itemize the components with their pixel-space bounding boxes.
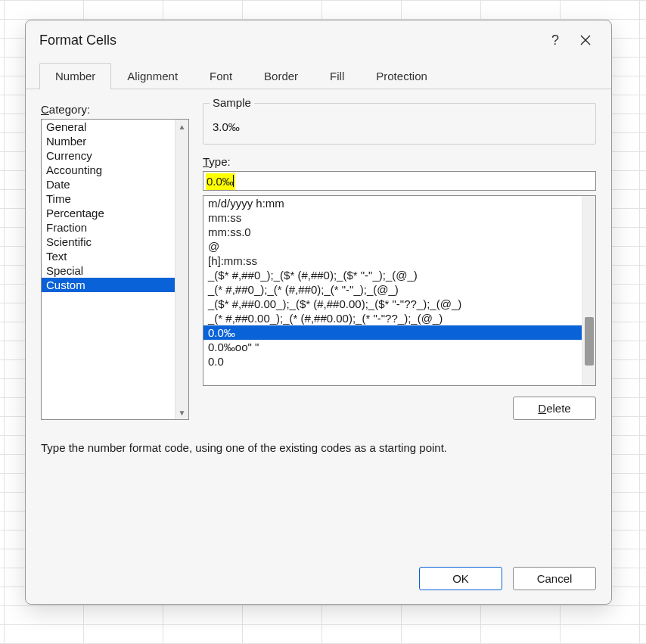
type-input-value: 0.0‰ xyxy=(207,175,234,188)
format-item[interactable]: _($* #,##0_);_($* (#,##0);_($* "-"_);_(@… xyxy=(203,268,582,282)
tab-label: Font xyxy=(210,70,232,82)
scroll-thumb[interactable] xyxy=(585,317,594,366)
category-item-special[interactable]: Special xyxy=(42,263,175,278)
category-item-scientific[interactable]: Scientific xyxy=(42,235,175,249)
category-column: Category: General Number Currency Accoun… xyxy=(41,103,189,420)
category-item-fraction[interactable]: Fraction xyxy=(42,220,175,235)
delete-button-rest: elete xyxy=(546,402,571,415)
category-item-currency[interactable]: Currency xyxy=(42,148,175,163)
dialog-title: Format Cells xyxy=(39,33,540,48)
close-icon[interactable] xyxy=(570,30,601,51)
format-code-listbox[interactable]: m/d/yyyy h:mm mm:ss mm:ss.0 @ [h]:mm:ss … xyxy=(203,195,596,386)
category-label-accel: C xyxy=(41,103,49,116)
format-item[interactable]: @ xyxy=(203,239,582,254)
tab-label: Fill xyxy=(330,70,344,82)
category-item-time[interactable]: Time xyxy=(42,191,175,206)
scroll-up-icon[interactable]: ▲ xyxy=(175,120,188,133)
category-item-number[interactable]: Number xyxy=(42,134,175,148)
tab-protection[interactable]: Protection xyxy=(360,63,443,89)
category-item-date[interactable]: Date xyxy=(42,177,175,191)
dialog-button-row: OK Cancel xyxy=(26,555,611,604)
cancel-button-label: Cancel xyxy=(537,572,573,585)
category-label: Category: xyxy=(41,103,189,116)
hint-text: Type the number format code, using one o… xyxy=(41,441,596,454)
category-item-percentage[interactable]: Percentage xyxy=(42,206,175,220)
category-listbox[interactable]: General Number Currency Accounting Date … xyxy=(41,119,189,420)
right-column: Sample 3.0‰ Type: 0.0‰ m/d/yyyy h:mm mm:… xyxy=(203,103,596,420)
format-items: m/d/yyyy h:mm mm:ss mm:ss.0 @ [h]:mm:ss … xyxy=(203,196,582,385)
titlebar: Format Cells ? xyxy=(26,20,611,57)
category-item-text[interactable]: Text xyxy=(42,249,175,263)
category-item-custom[interactable]: Custom xyxy=(42,278,175,292)
delete-button[interactable]: Delete xyxy=(513,397,596,420)
type-label: Type: xyxy=(203,155,596,168)
help-icon[interactable]: ? xyxy=(540,30,570,51)
format-item[interactable]: mm:ss xyxy=(203,210,582,225)
sample-group: Sample 3.0‰ xyxy=(203,103,596,145)
format-item[interactable]: [h]:mm:ss xyxy=(203,254,582,268)
sample-legend: Sample xyxy=(210,96,254,109)
format-item[interactable]: 0.0 xyxy=(203,354,582,369)
scroll-down-icon[interactable]: ▼ xyxy=(175,406,188,419)
ok-button-label: OK xyxy=(452,572,469,585)
category-item-general[interactable]: General xyxy=(42,120,175,134)
format-item[interactable]: mm:ss.0 xyxy=(203,225,582,239)
delete-button-accel: D xyxy=(538,402,546,415)
tab-alignment[interactable]: Alignment xyxy=(111,63,194,89)
tab-strip: Number Alignment Font Border Fill Protec… xyxy=(26,57,611,89)
format-cells-dialog: Format Cells ? Number Alignment Font Bor… xyxy=(25,20,612,605)
category-scrollbar[interactable]: ▲ ▼ xyxy=(175,120,188,419)
tab-label: Alignment xyxy=(127,70,178,82)
tab-label: Protection xyxy=(376,70,427,82)
ok-button[interactable]: OK xyxy=(419,567,502,590)
category-item-accounting[interactable]: Accounting xyxy=(42,163,175,177)
type-input[interactable]: 0.0‰ xyxy=(203,171,596,191)
type-label-rest: ype: xyxy=(209,155,230,168)
tab-font[interactable]: Font xyxy=(194,63,248,89)
format-item[interactable]: m/d/yyyy h:mm xyxy=(203,196,582,210)
tab-border[interactable]: Border xyxy=(248,63,314,89)
cancel-button[interactable]: Cancel xyxy=(513,567,596,590)
sample-value: 3.0‰ xyxy=(213,120,586,133)
text-caret xyxy=(233,175,234,187)
tab-label: Border xyxy=(264,70,298,82)
dialog-body: Category: General Number Currency Accoun… xyxy=(26,89,611,555)
format-item[interactable]: 0.0‰ xyxy=(203,325,582,340)
format-item[interactable]: _($* #,##0.00_);_($* (#,##0.00);_($* "-"… xyxy=(203,297,582,311)
tab-fill[interactable]: Fill xyxy=(314,63,360,89)
format-item[interactable]: _(* #,##0.00_);_(* (#,##0.00);_(* "-"??_… xyxy=(203,311,582,325)
tab-number[interactable]: Number xyxy=(39,63,111,89)
content-columns: Category: General Number Currency Accoun… xyxy=(41,103,596,420)
format-scrollbar[interactable] xyxy=(582,196,595,385)
format-item[interactable]: _(* #,##0_);_(* (#,##0);_(* "-"_);_(@_) xyxy=(203,282,582,297)
delete-row: Delete xyxy=(203,386,596,420)
category-label-rest: ategory: xyxy=(49,103,90,116)
category-items: General Number Currency Accounting Date … xyxy=(42,120,175,419)
format-item[interactable]: 0.0‰oo" " xyxy=(203,340,582,354)
tab-label: Number xyxy=(55,70,95,82)
